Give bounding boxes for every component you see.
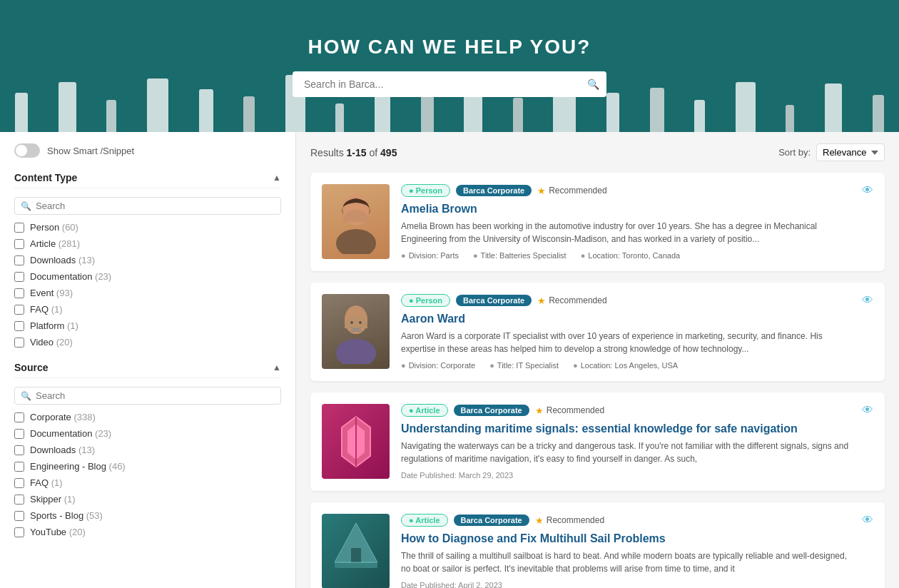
source-item[interactable]: Engineering - Blog (46) <box>14 461 281 472</box>
sort-select[interactable]: Relevance Date Title <box>816 143 885 161</box>
source-item[interactable]: FAQ (1) <box>14 477 281 488</box>
content-type-item[interactable]: Downloads (13) <box>14 255 281 265</box>
svg-rect-12 <box>335 562 377 568</box>
source-items: Corporate (338)Documentation (23)Downloa… <box>14 412 281 537</box>
source-checkbox[interactable] <box>14 478 24 488</box>
source-item[interactable]: YouTube (20) <box>14 527 281 537</box>
source-checkbox[interactable] <box>14 462 24 472</box>
source-checkbox[interactable] <box>14 429 24 439</box>
content-type-item-label: Article (281) <box>30 238 80 249</box>
source-checkbox[interactable] <box>14 527 24 537</box>
content-type-checkbox[interactable] <box>14 272 24 282</box>
star-icon: ★ <box>535 515 544 526</box>
hero-section: HOW CAN WE HELP YOU? 🔍 <box>0 0 899 132</box>
content-type-label: Content Type <box>14 172 77 183</box>
content-type-checkbox[interactable] <box>14 338 24 348</box>
result-title[interactable]: Aaron Ward <box>401 313 850 325</box>
search-input[interactable] <box>293 71 606 97</box>
result-content: ● Article Barca Corporate ★ Recommended … <box>401 404 850 480</box>
content-type-item[interactable]: Event (93) <box>14 288 281 298</box>
content-type-item[interactable]: Platform (1) <box>14 320 281 331</box>
meta-label: Location: Toronto, Canada <box>588 251 680 260</box>
source-checkbox[interactable] <box>14 511 24 521</box>
eye-icon[interactable]: 👁 <box>862 294 873 307</box>
content-type-item[interactable]: Video (20) <box>14 337 281 348</box>
source-item-label: Corporate (338) <box>30 412 96 422</box>
result-type-tag[interactable]: ● Article <box>401 404 448 417</box>
sidebar: Show Smart /Snippet Content Type ▲ 🔍 Per… <box>0 132 296 588</box>
recommended-label: Recommended <box>549 295 606 305</box>
result-meta-item: ● Title: IT Specialist <box>489 361 559 370</box>
eye-icon[interactable]: 👁 <box>862 514 873 527</box>
source-item[interactable]: Sports - Blog (53) <box>14 510 281 521</box>
source-search-input[interactable] <box>36 390 275 401</box>
result-content: ● Article Barca Corporate ★ Recommended … <box>401 514 850 588</box>
source-item[interactable]: Documentation (23) <box>14 428 281 439</box>
content-type-header[interactable]: Content Type ▲ <box>14 172 281 188</box>
source-item[interactable]: Downloads (13) <box>14 445 281 455</box>
result-image <box>322 294 390 369</box>
source-item[interactable]: Corporate (338) <box>14 412 281 422</box>
result-source-tag[interactable]: Barca Corporate <box>456 185 532 196</box>
result-type-tag[interactable]: ● Person <box>401 294 450 307</box>
content-type-checkbox[interactable] <box>14 223 24 233</box>
content-type-item[interactable]: Article (281) <box>14 238 281 249</box>
result-meta-item: ● Location: Los Angeles, USA <box>573 361 678 370</box>
source-checkbox[interactable] <box>14 445 24 455</box>
meta-label: Division: Corporate <box>409 361 476 370</box>
source-item-label: Sports - Blog (53) <box>30 510 103 521</box>
svg-point-7 <box>359 321 362 324</box>
source-header[interactable]: Source ▲ <box>14 362 281 378</box>
result-meta: ● Division: Corporate ● Title: IT Specia… <box>401 361 850 370</box>
content-type-item-label: Event (93) <box>30 288 73 298</box>
result-recommended: ★ Recommended <box>535 515 604 526</box>
result-type-tag[interactable]: ● Person <box>401 184 450 197</box>
result-date: Date Published: April 2, 2023 <box>401 581 502 588</box>
content-type-item[interactable]: FAQ (1) <box>14 304 281 315</box>
content-type-checkbox[interactable] <box>14 239 24 249</box>
eye-icon[interactable]: 👁 <box>862 184 873 197</box>
result-tags: ● Person Barca Corporate ★ Recommended <box>401 294 850 307</box>
main-layout: Show Smart /Snippet Content Type ▲ 🔍 Per… <box>0 132 899 588</box>
content-type-search-input[interactable] <box>36 201 275 211</box>
content-type-item-label: Downloads (13) <box>30 255 95 265</box>
content-type-checkbox[interactable] <box>14 255 24 265</box>
results-of: of <box>370 147 378 158</box>
result-source-tag[interactable]: Barca Corporate <box>454 514 529 526</box>
result-type-tag[interactable]: ● Article <box>401 514 448 527</box>
smart-snippet-toggle[interactable] <box>14 143 40 158</box>
content-type-checkbox[interactable] <box>14 321 24 331</box>
filter-search-icon: 🔍 <box>21 201 31 211</box>
content-type-item[interactable]: Person (60) <box>14 222 281 233</box>
content-type-item-label: Documentation (23) <box>30 271 111 282</box>
result-source-tag[interactable]: Barca Corporate <box>456 295 532 306</box>
content-type-checkbox[interactable] <box>14 305 24 315</box>
meta-label: Location: Los Angeles, USA <box>581 361 678 370</box>
result-meta-item: ● Location: Toronto, Canada <box>581 251 681 260</box>
svg-rect-8 <box>350 330 362 332</box>
content-type-checkbox[interactable] <box>14 288 24 298</box>
source-item[interactable]: Skipper (1) <box>14 494 281 505</box>
hero-title: HOW CAN WE HELP YOU? <box>308 36 591 59</box>
svg-point-1 <box>336 229 376 254</box>
result-image <box>322 184 390 259</box>
result-image <box>322 404 390 479</box>
svg-point-6 <box>350 321 353 324</box>
result-title[interactable]: Understanding maritime signals: essentia… <box>401 422 850 435</box>
smart-snippet-label: Show Smart /Snippet <box>47 146 134 156</box>
star-icon: ★ <box>537 295 546 306</box>
result-title[interactable]: Amelia Brown <box>401 203 850 216</box>
source-checkbox[interactable] <box>14 412 24 422</box>
result-title[interactable]: How to Diagnose and Fix Multihull Sail P… <box>401 532 850 545</box>
svg-rect-14 <box>351 548 361 562</box>
result-description: The thrill of sailing a multihull sailbo… <box>401 549 850 575</box>
content-type-item-label: Person (60) <box>30 222 78 233</box>
result-description: Amelia Brown has been working in the aut… <box>401 220 850 245</box>
result-source-tag[interactable]: Barca Corporate <box>454 405 529 416</box>
source-checkbox[interactable] <box>14 495 24 505</box>
search-bar-container[interactable]: 🔍 <box>293 71 606 97</box>
eye-icon[interactable]: 👁 <box>862 404 873 417</box>
results-range: 1-15 <box>347 147 367 158</box>
content-type-item[interactable]: Documentation (23) <box>14 271 281 282</box>
result-recommended: ★ Recommended <box>535 405 604 416</box>
